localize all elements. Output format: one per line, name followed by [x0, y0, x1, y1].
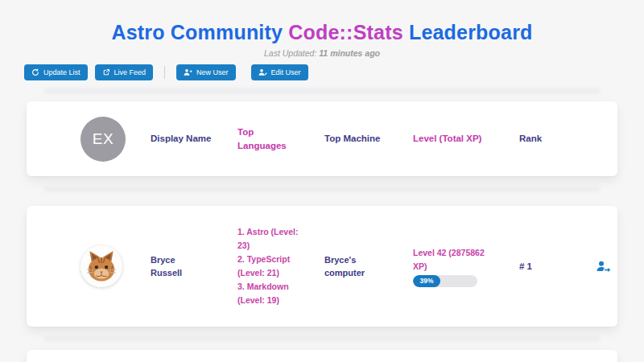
- xp-progress-bar: 39%: [413, 275, 477, 287]
- user-edit-icon: [258, 68, 267, 76]
- edit-user-label: Edit User: [271, 68, 301, 76]
- toolbar-divider: [164, 66, 165, 79]
- column-header-display-name: Display Name: [151, 132, 213, 146]
- last-updated-label: Last Updated:: [264, 48, 316, 58]
- user-plus-icon: [184, 68, 192, 76]
- view-profile-button[interactable]: [592, 257, 615, 277]
- cat-avatar-image: [80, 245, 122, 287]
- language-item: 3. Markdown (Level: 19): [237, 280, 305, 307]
- page-title: Astro Community Code::Stats Leaderboard: [0, 20, 644, 44]
- last-updated: Last Updated: 11 minutes ago: [0, 48, 644, 58]
- refresh-icon: [31, 68, 39, 76]
- user-avatar-cat: [80, 245, 122, 287]
- section-shadow-band: [44, 88, 600, 93]
- title-part-astro-community: Astro Community: [111, 21, 283, 43]
- level-total-xp: Level 42 (2875862 XP): [413, 246, 490, 274]
- live-feed-button[interactable]: Live Feed: [95, 64, 154, 80]
- leaderboard-row: Bryce Russell 1. Astro (Level: 23) 2. Ty…: [27, 206, 617, 327]
- section-shadow-band: [44, 187, 600, 191]
- edit-user-button[interactable]: Edit User: [251, 64, 308, 80]
- live-feed-label: Live Feed: [114, 68, 147, 76]
- user-arrow-icon: [596, 260, 612, 274]
- title-part-leaderboard: Leaderboard: [409, 21, 533, 43]
- progress-fill: 39%: [413, 275, 440, 287]
- toolbar: Update List Live Feed New User Edit User: [24, 64, 644, 80]
- update-list-label: Update List: [43, 68, 80, 76]
- column-header-top-machine: Top Machine: [324, 132, 387, 146]
- column-header-top-languages: Top Languages: [237, 125, 300, 153]
- column-header-level-total-xp: Level (Total XP): [413, 132, 489, 146]
- new-user-button[interactable]: New User: [176, 64, 236, 80]
- update-list-button[interactable]: Update List: [24, 64, 88, 80]
- header-avatar-cell: EX: [27, 117, 151, 162]
- title-part-codestats: Code::Stats: [288, 21, 402, 43]
- leaderboard-header-card: EX Display Name Top Languages Top Machin…: [27, 101, 617, 176]
- top-languages-list: 1. Astro (Level: 23) 2. TypeScript (Leve…: [237, 225, 305, 307]
- language-item: 1. Astro (Level: 23): [237, 225, 305, 253]
- new-user-label: New User: [196, 68, 229, 76]
- level-cell: Level 42 (2875862 XP) 39%: [413, 246, 490, 287]
- example-avatar: EX: [80, 117, 126, 162]
- last-updated-value: 11 minutes ago: [319, 48, 380, 58]
- display-name: Bryce Russell: [151, 253, 208, 280]
- rank-value: # 1: [519, 261, 588, 271]
- column-header-rank: Rank: [519, 132, 582, 146]
- row-avatar-cell: [27, 245, 151, 287]
- language-item: 2. TypeScript (Level: 21): [237, 253, 305, 280]
- top-machine: Bryce's computer: [324, 253, 382, 280]
- external-link-icon: [102, 68, 110, 76]
- leaderboard-row-partial: [27, 350, 617, 362]
- section-shadow-band: [44, 336, 600, 341]
